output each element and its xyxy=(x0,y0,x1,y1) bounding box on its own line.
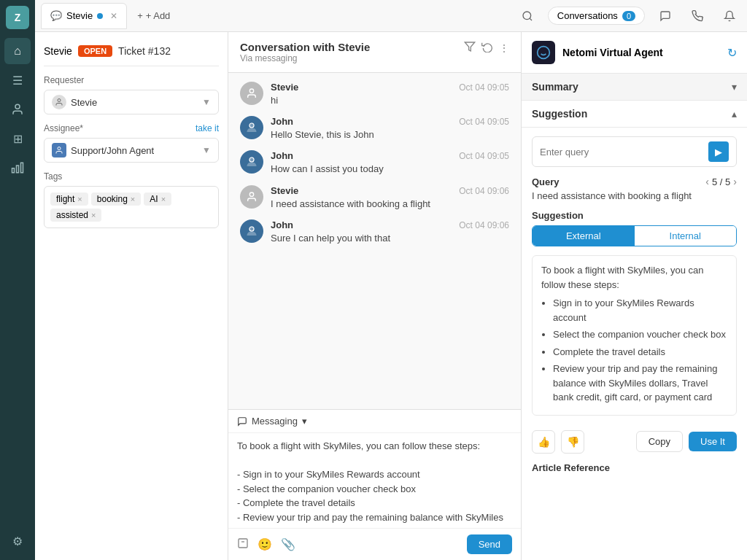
query-prev-button[interactable]: ‹ xyxy=(705,176,709,187)
sidebar-item-tickets[interactable]: ☰ xyxy=(4,67,31,93)
more-options-icon[interactable]: ⋮ xyxy=(499,42,509,54)
message-time: Oct 04 09:06 xyxy=(459,220,509,230)
chat-icon-button[interactable] xyxy=(654,4,677,28)
tab-icon: 💬 xyxy=(50,10,62,21)
refresh-icon[interactable]: ↻ xyxy=(727,46,737,60)
netomi-title: Netomi Virtual Agent xyxy=(562,47,720,58)
draft-format-icon[interactable] xyxy=(237,537,249,552)
copy-button[interactable]: Copy xyxy=(636,431,683,452)
avatar xyxy=(240,116,263,139)
svg-point-14 xyxy=(249,192,253,196)
history-icon[interactable] xyxy=(481,41,493,55)
draft-attach-icon[interactable]: 📎 xyxy=(281,537,295,551)
tab-external-button[interactable]: External xyxy=(533,226,635,246)
svg-rect-3 xyxy=(12,168,15,173)
channel-selector[interactable]: Messaging ▾ xyxy=(228,410,521,433)
message-row: Stevie Oct 04 09:06 I need assistance wi… xyxy=(240,185,509,211)
assignee-icon xyxy=(52,143,66,158)
tab-internal-button[interactable]: Internal xyxy=(635,226,737,246)
tag-flight[interactable]: flight × xyxy=(50,192,88,206)
tag-booking-remove[interactable]: × xyxy=(131,195,135,203)
suggestion-chevron-icon: ▴ xyxy=(732,108,737,120)
draft-message-text[interactable]: To book a flight with SkyMiles, you can … xyxy=(228,433,521,528)
avatar xyxy=(240,219,263,243)
add-tab-button[interactable]: + + Add xyxy=(130,7,177,24)
open-badge: OPEN xyxy=(78,45,112,57)
svg-point-19 xyxy=(538,47,550,59)
tag-ai-remove[interactable]: × xyxy=(161,195,166,203)
conversations-label: Conversations xyxy=(557,10,618,21)
conversations-button[interactable]: Conversations 0 xyxy=(548,7,645,25)
requester-field[interactable]: Stevie ▼ xyxy=(44,90,219,114)
netomi-logo xyxy=(532,41,555,64)
message-text: Hello Stevie, this is John xyxy=(271,128,509,141)
query-input[interactable] xyxy=(540,147,704,158)
tag-assisted-remove[interactable]: × xyxy=(91,211,96,219)
search-button[interactable] xyxy=(516,4,539,28)
channel-chevron-icon: ▾ xyxy=(302,416,307,427)
channel-label: Messaging xyxy=(252,416,298,427)
message-sender: John xyxy=(271,219,293,230)
list-item: Complete the travel details xyxy=(553,345,727,359)
message-sender: John xyxy=(271,150,293,161)
tab-bar: 💬 Stevie ✕ + + Add Conversations 0 xyxy=(35,0,747,32)
tab-close-icon[interactable]: ✕ xyxy=(110,11,117,21)
messages-area: Stevie Oct 04 09:05 hi John Oct 04 xyxy=(228,73,521,409)
query-input-row: ▶ xyxy=(532,136,737,167)
thumbs-down-button[interactable]: 👎 xyxy=(561,430,584,454)
message-text: How can I assist you today xyxy=(271,163,509,176)
tag-flight-remove[interactable]: × xyxy=(77,195,82,203)
message-header: Stevie Oct 04 09:05 xyxy=(271,82,509,93)
assignee-field[interactable]: Support/John Agent ▼ xyxy=(44,138,219,163)
message-time: Oct 04 09:05 xyxy=(459,82,509,93)
tag-ai-text: AI xyxy=(150,194,158,204)
query-text: I need assistance with booking a flight xyxy=(532,190,737,201)
requester-arrow-icon: ▼ xyxy=(202,97,211,107)
sidebar-item-apps[interactable]: ⊞ xyxy=(4,125,31,152)
requester-icon xyxy=(52,95,66,109)
summary-section-bar[interactable]: Summary ▾ xyxy=(522,74,747,101)
sidebar-item-settings[interactable]: ⚙ xyxy=(4,528,31,554)
sidebar-item-reports[interactable] xyxy=(4,155,31,181)
tab-dot xyxy=(97,13,103,19)
conversations-count: 0 xyxy=(622,11,635,21)
tag-booking[interactable]: booking × xyxy=(91,192,141,206)
message-sender: Stevie xyxy=(271,82,298,93)
message-content: Stevie Oct 04 09:05 hi xyxy=(271,82,509,107)
thumbs-up-button[interactable]: 👍 xyxy=(532,430,555,454)
svg-point-9 xyxy=(249,89,253,93)
netomi-panel: Netomi Virtual Agent ↻ Summary ▾ Suggest… xyxy=(521,32,747,560)
draft-emoji-icon[interactable]: 🙂 xyxy=(258,537,272,551)
svg-rect-2 xyxy=(17,166,19,173)
query-submit-button[interactable]: ▶ xyxy=(708,141,729,162)
take-it-link[interactable]: take it xyxy=(196,123,219,133)
avatar xyxy=(240,185,263,209)
suggestion-section-bar[interactable]: Suggestion ▴ xyxy=(522,101,747,128)
tab-stevie[interactable]: 💬 Stevie ✕ xyxy=(41,3,127,29)
tab-label: Stevie xyxy=(66,10,93,21)
assignee-value: Support/John Agent xyxy=(71,145,198,156)
suggestion-label: Suggestion xyxy=(532,108,732,120)
list-item: Sign in to your SkyMiles Rewards account xyxy=(553,296,727,324)
phone-icon-button[interactable] xyxy=(686,4,709,28)
filter-icon[interactable] xyxy=(464,41,476,55)
tag-flight-text: flight xyxy=(56,194,74,204)
conversation-subtitle: Via messaging xyxy=(240,53,370,63)
middle-panel: Conversation with Stevie Via messaging ⋮ xyxy=(228,32,521,560)
draft-toolbar: 🙂 📎 Send xyxy=(228,528,521,560)
tag-assisted[interactable]: assisted × xyxy=(50,209,101,222)
message-content: John Oct 04 09:06 Sure I can help you wi… xyxy=(271,219,509,245)
message-header: John Oct 04 09:05 xyxy=(271,116,509,127)
use-it-button[interactable]: Use It xyxy=(689,432,737,451)
message-content: Stevie Oct 04 09:06 I need assistance wi… xyxy=(271,185,509,211)
article-reference-label: Article Reference xyxy=(532,462,737,473)
suggestion-list: Sign in to your SkyMiles Rewards account… xyxy=(553,296,727,405)
send-button[interactable]: Send xyxy=(467,534,512,554)
sidebar-item-home[interactable]: ⌂ xyxy=(4,38,31,64)
tag-ai[interactable]: AI × xyxy=(144,192,171,206)
query-next-button[interactable]: › xyxy=(733,176,737,187)
sidebar-item-contacts[interactable] xyxy=(4,96,31,122)
netomi-header: Netomi Virtual Agent ↻ xyxy=(522,32,747,74)
bell-icon-button[interactable] xyxy=(718,4,741,28)
svg-point-7 xyxy=(58,147,61,150)
